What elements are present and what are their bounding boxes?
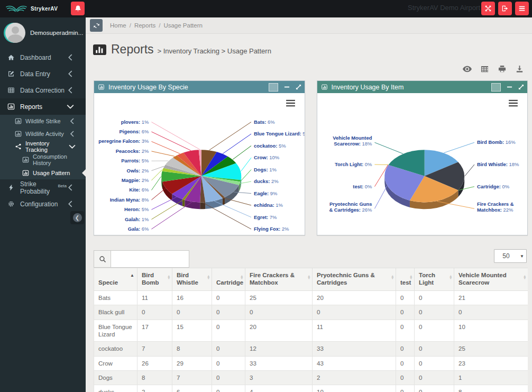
table-icon (7, 87, 15, 94)
value-cell: 33 (245, 356, 313, 370)
sort-icon: ▴▾ (391, 275, 393, 280)
pie-label-crow: Crow: 10% (254, 154, 280, 160)
sidebar-item-wildlife-activity[interactable]: Wildlife Activity (0, 127, 86, 140)
sidebar-item-usage-pattern[interactable]: Usage Pattern (0, 166, 86, 179)
pie-label-peacocks: Peacocks: 2% (116, 148, 149, 154)
panel-square-button[interactable] (491, 83, 501, 92)
panel-square-button[interactable] (269, 83, 278, 92)
page-header: Reports > Inventory Tracking > Usage Pat… (86, 34, 532, 57)
chevron-left-icon (67, 87, 74, 94)
value-cell: 7 (172, 371, 212, 385)
pie-label-eagle: Eagle: 9% (254, 190, 278, 196)
pie-label-indian-myna: Indian Myna: 8% (110, 197, 149, 203)
value-cell: 0 (415, 371, 454, 385)
breadcrumb-reports[interactable]: Reports (134, 22, 155, 29)
label-connector (223, 134, 251, 153)
label-connector (241, 158, 251, 171)
value-cell: 0 (415, 290, 454, 305)
table-search-input[interactable] (111, 250, 189, 268)
table-view-button[interactable] (480, 65, 490, 74)
sidebar-item-reports[interactable]: Reports (0, 98, 86, 115)
specie-cell: Crow (94, 356, 137, 370)
chart-context-menu-button[interactable] (286, 99, 296, 107)
column-label: Fire Crackers & Matchbox (250, 272, 295, 286)
column-header-specie[interactable]: Specie▲ (94, 268, 137, 291)
pie-label-cartridge: Cartridge: 0% (476, 184, 509, 189)
panel-header-specie: Inventory Usage By Specie (94, 81, 305, 93)
column-header-cartridge[interactable]: Cartridge▴▾ (212, 268, 245, 291)
app-logo[interactable]: StrykerAV (0, 0, 74, 17)
submenu: Wildlife StrikeWildlife ActivityInventor… (0, 115, 86, 179)
value-cell: 16 (172, 290, 212, 305)
sidebar-item-data-correction[interactable]: Data Correction (0, 82, 86, 98)
column-header-test[interactable]: test▴▾ (396, 268, 415, 291)
sidebar-item-wildlife-strike[interactable]: Wildlife Strike (0, 115, 86, 127)
search-icon (99, 256, 106, 263)
label-connector (233, 146, 251, 160)
value-cell: 0 (396, 385, 415, 392)
label-connector (241, 170, 251, 181)
refresh-button[interactable] (90, 19, 103, 32)
sidebar-item-label: Usage Pattern (33, 170, 70, 176)
panel-expand-button[interactable] (296, 84, 301, 90)
panel-collapse-button[interactable] (507, 84, 512, 90)
pie-label-cockatoo: cockatoo: 5% (254, 143, 286, 149)
chevron-left-icon (67, 184, 74, 191)
pie-label-plovers: plovers: 1% (121, 119, 149, 125)
fullscreen-button[interactable] (481, 2, 495, 15)
value-cell: 0 (137, 305, 172, 320)
column-label: Bird Bomb (142, 272, 159, 286)
refresh-icon (93, 22, 100, 29)
pie-label-owls: Owls: 2% (127, 168, 149, 174)
top-navbar: StrykerAV StrykerAV Demo Airport (0, 0, 532, 17)
pie-label-peregrine-falcon: peregrine Falcon: 3% (98, 138, 149, 144)
column-header-torch-light[interactable]: Torch Light▴▾ (415, 268, 454, 291)
chevron-down-icon (67, 103, 74, 110)
sidebar-collapse-button[interactable]: ❮ (70, 211, 84, 224)
breadcrumb-home[interactable]: Home (110, 22, 126, 29)
column-header-vehicle-mounted-scarecrow[interactable]: Vehicle Mounted Scarecrow▴▾ (454, 268, 528, 291)
search-button[interactable] (94, 250, 111, 268)
user-panel[interactable]: Demosuperadmin... (0, 17, 86, 49)
table-row-black-gull: Black gull00000000 (94, 305, 528, 320)
pie-label-kite: Kite: 6% (129, 187, 149, 193)
chart-context-menu-button[interactable] (508, 99, 519, 107)
value-cell: 4 (245, 385, 313, 392)
breadcrumb: Home/Reports/Usage Pattern (110, 22, 203, 29)
pie-chart-specie: plovers: 1%Pigeons: 6%peregrine Falcon: … (94, 93, 305, 235)
chart-icon (15, 118, 22, 124)
column-header-bird-whistle[interactable]: Bird Whistle▴▾ (172, 268, 212, 291)
sort-icon: ▴▾ (410, 275, 412, 280)
page-size-value: 50 (494, 252, 518, 260)
label-connector (464, 165, 474, 176)
notifications-bell-button[interactable] (71, 2, 85, 15)
submenu: Consumption HistoryUsage Pattern (0, 153, 86, 179)
sort-icon: ▴▾ (308, 275, 310, 280)
sidebar-item-data-entry[interactable]: Data Entry (0, 66, 86, 82)
sidebar-item-dashboard[interactable]: Dashboard (0, 49, 86, 66)
column-header-bird-bomb[interactable]: Bird Bomb▴▾ (137, 268, 172, 291)
sidebar-item-inventory-tracking[interactable]: Inventory Tracking (0, 140, 86, 153)
print-button[interactable] (498, 65, 507, 74)
navbar-menu-button[interactable] (515, 2, 529, 15)
sidebar-item-consumption-history[interactable]: Consumption History (0, 153, 86, 166)
value-cell: 0 (245, 305, 313, 320)
sidebar-item-strike-probability[interactable]: Strike ProbabilityBeta (0, 179, 86, 196)
sign-out-button[interactable] (498, 2, 512, 15)
panel-body: Vehicle MountedScarecrow: 18%Torch Light… (317, 93, 528, 235)
page-size-select[interactable]: 50 ▼ (494, 249, 527, 263)
panel-expand-button[interactable] (518, 84, 524, 90)
preview-button[interactable] (463, 65, 472, 74)
download-button[interactable] (515, 65, 525, 74)
chart-icon (22, 157, 29, 163)
column-header-fire-crackers-matchbox[interactable]: Fire Crackers & Matchbox▴▾ (245, 268, 313, 291)
pie-label-blue-tongue-lizard: Blue Tongue Lizard: 5% (254, 131, 305, 136)
brand-text: StrykerAV (31, 6, 58, 12)
label-connector (240, 181, 251, 184)
column-header-pryotechnic-guns-cartridges[interactable]: Pryotechnic Guns & Cartridges▴▾ (313, 268, 396, 291)
value-cell: 11 (313, 320, 396, 342)
breadcrumb-bar: Home/Reports/Usage Pattern (86, 17, 532, 34)
panel-collapse-button[interactable] (284, 84, 290, 90)
pie-label-pigeons: Pigeons: 6% (120, 129, 150, 134)
sidebar-item-configuration[interactable]: Configuration (0, 196, 86, 212)
